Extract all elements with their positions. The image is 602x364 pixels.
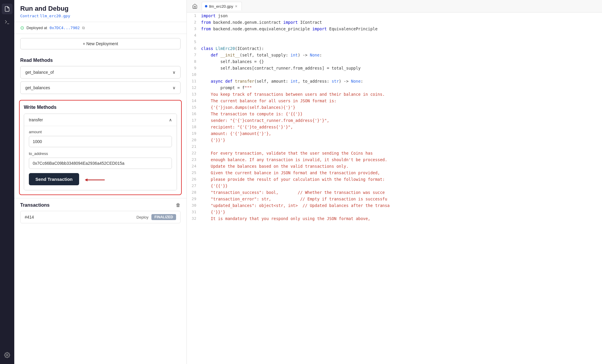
left-panel: Run and Debug Contract llm_erc20.gpy ⊙ D… — [14, 0, 187, 364]
tab-close-icon[interactable]: × — [235, 4, 237, 9]
code-line-11: 11 async def transfer(self, amount: int,… — [187, 78, 602, 84]
code-line-5: 5 — [187, 39, 602, 45]
to-address-input[interactable] — [29, 158, 172, 169]
tx-status-badge: FINALIZED — [151, 214, 176, 220]
get-balance-of-label: get_balance_of — [25, 70, 54, 75]
read-methods-title: Read Methods — [14, 54, 186, 66]
right-panel: llm_erc20.gpy × 1 import json 2 from bac… — [187, 0, 602, 364]
transactions-title: Transactions — [20, 203, 50, 208]
icon-bar — [0, 0, 14, 364]
tx-deploy-label: Deploy — [137, 215, 148, 219]
transfer-dropdown: transfer ∧ amount to_address Send Transa… — [24, 114, 177, 190]
svg-marker-3 — [85, 178, 87, 181]
deployed-check-icon: ⊙ — [20, 25, 24, 31]
amount-label: amount — [29, 130, 172, 134]
code-line-20: 20 {'}}'} — [187, 137, 602, 143]
code-line-30: 30 "updated_balances": object<str, int> … — [187, 202, 602, 209]
chevron-up-icon: ∧ — [169, 117, 172, 122]
code-line-7: 7 def __init__(self, total_supply: int) … — [187, 52, 602, 58]
code-line-8: 8 self.balances = {} — [187, 58, 602, 65]
contract-subtitle: Contract llm_erc20.gpy — [20, 14, 181, 18]
code-line-31: 31 {'}}'} — [187, 209, 602, 215]
transfer-header[interactable]: transfer ∧ — [24, 114, 177, 126]
deployed-row: ⊙ Deployed at 0x7DC4...7902 ⧉ — [14, 22, 186, 34]
transfer-label: transfer — [29, 117, 43, 122]
deployed-address: 0x7DC4...7902 — [49, 26, 80, 30]
settings-icon-bar-item[interactable] — [2, 350, 12, 360]
code-line-12: 12 prompt = f""" — [187, 84, 602, 91]
to-address-label: to_address — [29, 151, 172, 156]
tx-id: #414 — [25, 215, 34, 219]
tab-bar: llm_erc20.gpy × — [187, 0, 602, 12]
code-line-3: 3 from backend.node.genvm.equivalence_pr… — [187, 26, 602, 32]
file-modified-dot — [205, 5, 207, 7]
code-line-10: 10 — [187, 71, 602, 78]
code-line-4: 4 — [187, 32, 602, 39]
transfer-body: amount to_address Send Transaction — [24, 126, 177, 190]
amount-input[interactable] — [29, 136, 172, 147]
code-line-14: 14 The current balance for all users in … — [187, 98, 602, 104]
send-transaction-button[interactable]: Send Transaction — [29, 173, 79, 185]
chevron-down-icon-2: ∨ — [173, 85, 175, 90]
code-line-28: 28 "transaction_success": bool, // Wheth… — [187, 189, 602, 196]
annotation-arrow — [84, 176, 108, 183]
tab-filename: llm_erc20.gpy — [209, 4, 233, 9]
code-line-15: 15 {'{'}json.dumps(self.balances){'}'} — [187, 104, 602, 111]
copy-icon[interactable]: ⧉ — [82, 26, 85, 30]
code-line-23: 23 enough balance. If any transaction is… — [187, 156, 602, 163]
code-line-19: 19 amount: {'{'}amount{'}'}, — [187, 130, 602, 137]
transactions-header: Transactions 🗑 — [20, 203, 181, 208]
get-balances-label: get_balances — [25, 85, 50, 90]
code-editor: 1 import json 2 from backend.node.genvm.… — [187, 12, 602, 364]
table-row: #414 Deploy FINALIZED — [20, 211, 181, 223]
code-line-16: 16 The transaction to compute is: {'{{'}… — [187, 111, 602, 117]
code-line-13: 13 You keep track of transactions betwee… — [187, 91, 602, 98]
write-methods-title: Write Methods — [24, 105, 177, 110]
code-line-22: 22 For every transaction, validate that … — [187, 150, 602, 156]
trash-icon[interactable]: 🗑 — [176, 203, 181, 208]
code-line-2: 2 from backend.node.genvm.icontract impo… — [187, 19, 602, 26]
contract-label: Contract — [20, 14, 39, 18]
code-line-32: 32 It is mandatory that you respond only… — [187, 215, 602, 222]
code-line-24: 24 Update the balances based on the vali… — [187, 163, 602, 170]
code-line-6: 6 class LlmErc20(IContract): — [187, 45, 602, 52]
terminal-icon-bar-item[interactable] — [2, 17, 12, 27]
code-line-9: 9 self.balances[contract_runner.from_add… — [187, 65, 602, 71]
code-line-26: 26 please provide the result of your cal… — [187, 176, 602, 183]
panel-header: Run and Debug Contract llm_erc20.gpy — [14, 0, 186, 22]
file-tab-llm-erc20[interactable]: llm_erc20.gpy × — [202, 2, 242, 10]
code-line-1: 1 import json — [187, 12, 602, 19]
code-line-25: 25 Given the current balance in JSON for… — [187, 170, 602, 176]
code-line-27: 27 {'{{'}} — [187, 183, 602, 189]
tx-right: Deploy FINALIZED — [137, 214, 176, 220]
write-methods-section: Write Methods transfer ∧ amount to_addre… — [19, 100, 182, 195]
get-balance-of-dropdown[interactable]: get_balance_of ∨ — [20, 66, 181, 79]
file-icon-bar-item[interactable] — [2, 4, 12, 14]
code-line-29: 29 "transaction_error": str, // Empty if… — [187, 196, 602, 202]
code-line-21: 21 — [187, 143, 602, 150]
transactions-section: Transactions 🗑 #414 Deploy FINALIZED — [14, 198, 186, 228]
new-deployment-button[interactable]: + New Deployment — [20, 38, 181, 49]
deployed-at-label: Deployed at — [26, 26, 47, 30]
get-balances-dropdown[interactable]: get_balances ∨ — [20, 81, 181, 94]
code-line-18: 18 recipient: "{'{'}to_address{'}'}", — [187, 124, 602, 130]
home-tab[interactable] — [189, 2, 200, 11]
svg-point-1 — [7, 354, 8, 356]
code-line-17: 17 sender: "{'{'}contract_runner.from_ad… — [187, 117, 602, 124]
chevron-down-icon: ∨ — [173, 70, 175, 75]
panel-title: Run and Debug — [20, 5, 181, 12]
contract-file: llm_erc20.gpy — [40, 14, 70, 18]
